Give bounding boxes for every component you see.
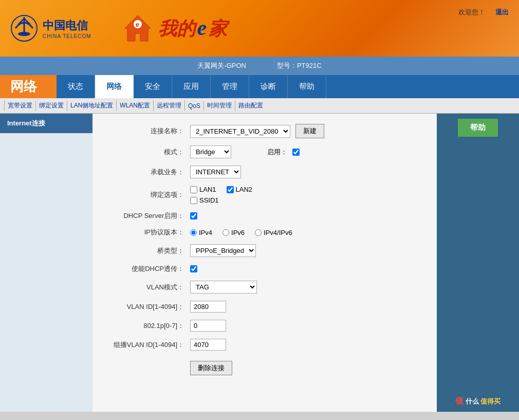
model-label: 型号：PT921C bbox=[277, 61, 322, 70]
svg-text:e: e bbox=[136, 21, 139, 28]
delete-button[interactable]: 删除连接 bbox=[190, 361, 232, 375]
bridge-type-row: 桥类型： PPPoE_Bridged bbox=[108, 244, 421, 257]
dhcp-server-checkbox[interactable] bbox=[190, 212, 197, 220]
vlan-id-input[interactable] bbox=[190, 301, 226, 313]
mode-select[interactable]: Bridge Route bbox=[190, 145, 231, 158]
ipv6-radio[interactable] bbox=[223, 229, 229, 236]
help-button[interactable]: 帮助 bbox=[458, 119, 498, 137]
vlan-mode-row: VLAN模式： TAG UNTAG TRANSPARENT bbox=[108, 281, 421, 294]
subnav-broadband[interactable]: 宽带设置 bbox=[4, 100, 36, 111]
multicast-vlan-row: 组播VLAN ID[1-4094]： bbox=[108, 339, 421, 351]
dhcp-server-row: DHCP Server启用： bbox=[108, 211, 421, 221]
ipv6-option[interactable]: IPv6 bbox=[223, 229, 245, 236]
ip-version-row: IP协议版本： IPv4 IPv6 IPv4/IPv6 bbox=[108, 228, 421, 237]
logout-link[interactable]: 退出 bbox=[495, 8, 509, 17]
info-bar: 天翼网关-GPON 型号：PT921C bbox=[0, 57, 519, 75]
vlan-id-control bbox=[190, 301, 226, 313]
binding-control: LAN1 LAN2 SSID1 bbox=[190, 186, 252, 204]
ipv4ipv6-label: IPv4/IPv6 bbox=[264, 229, 292, 236]
lan2-checkbox[interactable] bbox=[227, 186, 234, 193]
device-name: 天翼网关-GPON bbox=[197, 61, 246, 70]
ipv4-label: IPv4 bbox=[199, 229, 212, 236]
main-layout: Internet连接 连接名称： 2_INTERNET_B_VID_2080 新… bbox=[0, 114, 519, 412]
lan1-checkbox[interactable] bbox=[190, 186, 197, 193]
vlan-id-label: VLAN ID[1-4094]： bbox=[108, 302, 190, 312]
right-panel: 帮助 值 什么 值得买 bbox=[437, 114, 519, 412]
china-telecom-logo: 中国电信 CHINA TELECOM bbox=[10, 14, 91, 43]
tab-application[interactable]: 应用 bbox=[172, 75, 211, 98]
tab-diagnostic[interactable]: 诊断 bbox=[249, 75, 288, 98]
telecom-icon bbox=[10, 14, 39, 43]
tab-status[interactable]: 状态 bbox=[57, 75, 95, 98]
binding-options: LAN1 LAN2 SSID1 bbox=[190, 186, 252, 204]
ssid1-option[interactable]: SSID1 bbox=[190, 196, 219, 204]
subnav-route[interactable]: 路由配置 bbox=[235, 100, 266, 111]
connection-name-row: 连接名称： 2_INTERNET_B_VID_2080 新建 bbox=[108, 124, 421, 138]
bridge-type-label: 桥类型： bbox=[108, 246, 190, 255]
vlan-mode-select[interactable]: TAG UNTAG TRANSPARENT bbox=[190, 281, 257, 294]
one-home-logo: e 我的 e 家 bbox=[122, 13, 228, 44]
ssid1-checkbox[interactable] bbox=[190, 197, 197, 204]
right-panel-label: 值得买 bbox=[480, 397, 501, 405]
subnav-binding[interactable]: 绑定设置 bbox=[36, 100, 67, 111]
lan2-label: LAN2 bbox=[236, 186, 253, 193]
tab-management[interactable]: 管理 bbox=[211, 75, 249, 98]
dot1p-control bbox=[190, 320, 226, 332]
binding-label: 绑定选项： bbox=[108, 190, 190, 199]
subnav-qos[interactable]: QoS bbox=[185, 101, 204, 111]
service-select[interactable]: INTERNET bbox=[190, 166, 241, 178]
vlan-mode-control: TAG UNTAG TRANSPARENT bbox=[190, 281, 257, 294]
subnav-remote[interactable]: 远程管理 bbox=[154, 100, 185, 111]
connection-name-select[interactable]: 2_INTERNET_B_VID_2080 bbox=[190, 125, 290, 138]
dhcp-transparent-label: 使能DHCP透传： bbox=[108, 264, 190, 273]
multicast-vlan-label: 组播VLAN ID[1-4094]： bbox=[108, 340, 190, 350]
home-icon: e bbox=[122, 13, 153, 44]
tab-network[interactable]: 网络 bbox=[95, 75, 134, 98]
svg-point-2 bbox=[18, 32, 30, 36]
mode-control: Bridge Route 启用： bbox=[190, 145, 300, 158]
nav-section-label: 网络 bbox=[0, 75, 57, 98]
subnav-lan-addr[interactable]: LAN侧地址配置 bbox=[67, 100, 117, 111]
enable-checkbox[interactable] bbox=[292, 149, 300, 156]
ipv4ipv6-radio[interactable] bbox=[255, 229, 262, 236]
binding-row-2: SSID1 bbox=[190, 196, 252, 204]
multicast-vlan-control bbox=[190, 339, 226, 351]
ipv4-radio[interactable] bbox=[190, 229, 197, 236]
subnav-wlan[interactable]: WLAN配置 bbox=[117, 100, 154, 111]
dhcp-server-control bbox=[190, 212, 197, 220]
welcome-text: 欢迎您！ bbox=[458, 8, 485, 17]
delete-row: 删除连接 bbox=[108, 361, 421, 375]
subnav-time[interactable]: 时间管理 bbox=[204, 100, 235, 111]
bridge-type-select[interactable]: PPPoE_Bridged bbox=[190, 244, 256, 257]
connection-name-control: 2_INTERNET_B_VID_2080 新建 bbox=[190, 124, 324, 138]
ip-version-control: IPv4 IPv6 IPv4/IPv6 bbox=[190, 229, 292, 236]
ssid1-label: SSID1 bbox=[199, 196, 219, 204]
dhcp-transparent-checkbox[interactable] bbox=[190, 265, 197, 272]
ipv4ipv6-option[interactable]: IPv4/IPv6 bbox=[255, 229, 292, 236]
dhcp-transparent-row: 使能DHCP透传： bbox=[108, 264, 421, 273]
vlan-mode-label: VLAN模式： bbox=[108, 283, 190, 292]
tab-help[interactable]: 帮助 bbox=[288, 75, 326, 98]
right-panel-bottom: 值 什么 值得买 bbox=[450, 391, 506, 412]
ipv6-label: IPv6 bbox=[231, 229, 245, 236]
connection-name-label: 连接名称： bbox=[108, 126, 190, 136]
vlan-id-row: VLAN ID[1-4094]： bbox=[108, 301, 421, 313]
bridge-type-control: PPPoE_Bridged bbox=[190, 244, 256, 257]
lan1-option[interactable]: LAN1 bbox=[190, 186, 216, 193]
dhcp-transparent-control bbox=[190, 265, 197, 272]
lan1-label: LAN1 bbox=[199, 186, 216, 193]
dot1p-label: 802.1p[0-7]： bbox=[108, 321, 190, 331]
new-button[interactable]: 新建 bbox=[295, 124, 324, 138]
dot1p-row: 802.1p[0-7]： bbox=[108, 320, 421, 332]
ip-version-label: IP协议版本： bbox=[108, 228, 190, 237]
nav-bar: 网络 状态 网络 安全 应用 管理 诊断 帮助 bbox=[0, 75, 519, 98]
sidebar-item-internet[interactable]: Internet连接 bbox=[0, 114, 92, 133]
multicast-vlan-input[interactable] bbox=[190, 339, 226, 351]
tab-security[interactable]: 安全 bbox=[134, 75, 172, 98]
service-control: INTERNET bbox=[190, 166, 241, 178]
dot1p-input[interactable] bbox=[190, 320, 226, 332]
delete-control: 删除连接 bbox=[190, 361, 232, 375]
mode-label: 模式： bbox=[108, 148, 190, 157]
lan2-option[interactable]: LAN2 bbox=[227, 186, 253, 193]
ipv4-option[interactable]: IPv4 bbox=[190, 229, 212, 236]
